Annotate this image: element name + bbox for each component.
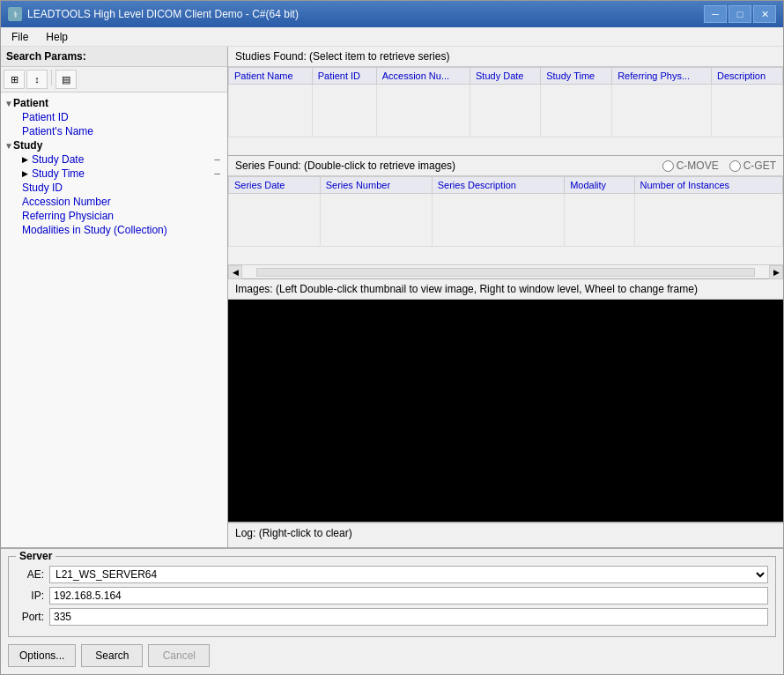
scrollbar-track[interactable]	[256, 268, 755, 277]
cmove-radio-label[interactable]: C-MOVE	[662, 159, 719, 172]
window-title: LEADTOOLS High Level DICOM Client Demo -…	[27, 8, 299, 20]
retrieve-radio-group: C-MOVE C-GET	[662, 159, 776, 172]
studies-header-row: Patient Name Patient ID Accession Nu... …	[229, 68, 783, 85]
patient-children: Patient ID Patient's Name	[1, 110, 227, 138]
scroll-left-arrow[interactable]: ◀	[228, 265, 242, 279]
study-id-row[interactable]: Study ID	[8, 181, 227, 195]
cmove-radio[interactable]	[662, 160, 674, 172]
port-label: Port:	[16, 611, 44, 623]
server-group: Server AE: L21_WS_SERVER64 IP: Port:	[8, 556, 776, 637]
maximize-button[interactable]: □	[729, 5, 751, 23]
panel-toolbar-button[interactable]: ▤	[55, 70, 77, 89]
images-header: Images: (Left Double-click thumbnail to …	[228, 279, 783, 300]
study-time-value: –	[214, 167, 224, 180]
series-header-row: Series Date Series Number Series Descrip…	[229, 177, 783, 194]
ae-label: AE:	[16, 568, 44, 581]
series-table-container[interactable]: Series Date Series Number Series Descrip…	[228, 176, 783, 264]
ae-select[interactable]: L21_WS_SERVER64	[49, 566, 768, 583]
col-num-instances: Number of Instances	[634, 177, 782, 194]
series-header-label: Series Found: (Double-click to retrieve …	[235, 159, 455, 172]
study-group-label: Study	[13, 139, 42, 152]
ae-row: AE: L21_WS_SERVER64	[16, 566, 768, 583]
col-study-time: Study Time	[541, 68, 612, 85]
study-group-node: ▼ Study ▶ Study Date –	[1, 138, 227, 237]
col-series-number: Series Number	[320, 177, 432, 194]
patient-name-label[interactable]: Patient's Name	[22, 125, 93, 137]
patient-expand-icon: ▼	[4, 99, 13, 108]
referring-physician-label[interactable]: Referring Physician	[22, 210, 114, 222]
images-section: Images: (Left Double-click thumbnail to …	[228, 279, 783, 523]
patient-group-node: ▼ Patient Patient ID Patient's Name	[1, 96, 227, 138]
patient-id-label[interactable]: Patient ID	[22, 111, 69, 123]
images-canvas[interactable]	[228, 300, 783, 522]
server-legend: Server	[16, 550, 55, 562]
menu-file[interactable]: File	[4, 29, 35, 45]
app-icon: ⚕	[8, 7, 22, 21]
study-time-label[interactable]: Study Time	[32, 167, 85, 180]
col-accession-nu: Accession Nu...	[376, 68, 470, 85]
patient-name-row[interactable]: Patient's Name	[8, 124, 227, 138]
cget-label: C-GET	[743, 159, 776, 172]
study-children: ▶ Study Date – ▶ Study Time –	[1, 152, 227, 237]
patient-group-row[interactable]: ▼ Patient	[1, 96, 227, 110]
studies-table: Patient Name Patient ID Accession Nu... …	[228, 67, 783, 137]
log-section: Log: (Right-click to clear)	[228, 523, 783, 547]
menu-help[interactable]: Help	[39, 29, 75, 45]
horizontal-scrollbar[interactable]: ◀ ▶	[228, 264, 783, 278]
modalities-row[interactable]: Modalities in Study (Collection)	[8, 223, 227, 237]
col-study-date: Study Date	[470, 68, 541, 85]
options-button[interactable]: Options...	[8, 644, 76, 667]
study-time-expand: ▶	[22, 169, 28, 178]
accession-number-row[interactable]: Accession Number	[8, 195, 227, 209]
ip-label: IP:	[16, 590, 44, 602]
menu-bar: File Help	[1, 27, 783, 47]
port-input[interactable]	[49, 608, 768, 626]
scroll-right-arrow[interactable]: ▶	[769, 265, 783, 279]
left-panel: Search Params: ⊞ ↕ ▤ ▼ Patient Patie	[1, 47, 228, 547]
col-series-date: Series Date	[229, 177, 321, 194]
study-date-label[interactable]: Study Date	[32, 153, 84, 166]
cget-radio-label[interactable]: C-GET	[729, 159, 776, 172]
study-date-value: –	[214, 153, 224, 166]
col-patient-name: Patient Name	[229, 68, 313, 85]
study-id-label[interactable]: Study ID	[22, 182, 63, 194]
study-date-row[interactable]: ▶ Study Date –	[8, 152, 227, 167]
minimize-button[interactable]: ─	[704, 5, 727, 23]
ip-input[interactable]	[49, 587, 768, 605]
studies-table-container[interactable]: Patient Name Patient ID Accession Nu... …	[228, 67, 783, 155]
referring-physician-row[interactable]: Referring Physician	[8, 209, 227, 223]
studies-empty-row	[229, 85, 783, 137]
series-header-bar: Series Found: (Double-click to retrieve …	[228, 156, 783, 176]
search-params-header: Search Params:	[1, 47, 227, 67]
search-button[interactable]: Search	[81, 644, 143, 667]
grid-toolbar-button[interactable]: ⊞	[4, 70, 25, 89]
series-empty-row	[229, 194, 783, 247]
study-expand-icon: ▼	[4, 141, 13, 151]
col-patient-id: Patient ID	[312, 68, 376, 85]
bottom-panel: Server AE: L21_WS_SERVER64 IP: Port: Opt…	[1, 547, 783, 674]
ip-row: IP:	[16, 587, 768, 605]
modalities-label[interactable]: Modalities in Study (Collection)	[22, 224, 167, 236]
patient-group-label: Patient	[13, 97, 48, 109]
accession-number-label[interactable]: Accession Number	[22, 196, 111, 208]
cancel-button[interactable]: Cancel	[148, 644, 210, 667]
series-section: Series Found: (Double-click to retrieve …	[228, 156, 783, 279]
log-header: Log: (Right-click to clear)	[228, 523, 783, 543]
study-time-row[interactable]: ▶ Study Time –	[8, 167, 227, 181]
close-button[interactable]: ✕	[753, 5, 776, 23]
studies-header: Studies Found: (Select item to retrieve …	[228, 47, 783, 67]
study-date-expand: ▶	[22, 155, 28, 164]
patient-id-row[interactable]: Patient ID	[8, 110, 227, 124]
bottom-buttons: Options... Search Cancel	[8, 644, 776, 667]
port-row: Port:	[16, 608, 768, 626]
search-toolbar: ⊞ ↕ ▤	[1, 67, 227, 93]
cget-radio[interactable]	[729, 160, 741, 172]
studies-section: Studies Found: (Select item to retrieve …	[228, 47, 783, 156]
title-bar: ⚕ LEADTOOLS High Level DICOM Client Demo…	[1, 1, 783, 27]
tree-panel: ▼ Patient Patient ID Patient's Name	[1, 93, 227, 547]
study-group-row[interactable]: ▼ Study	[1, 138, 227, 152]
col-modality: Modality	[565, 177, 634, 194]
cmove-label: C-MOVE	[677, 159, 719, 172]
sort-toolbar-button[interactable]: ↕	[26, 70, 48, 89]
col-series-description: Series Description	[432, 177, 564, 194]
